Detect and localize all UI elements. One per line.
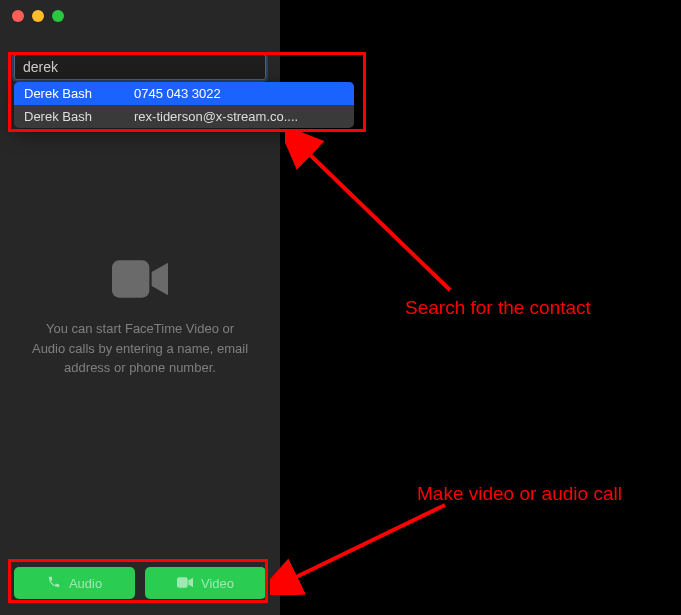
result-name: Derek Bash [24, 86, 134, 101]
video-call-button[interactable]: Video [145, 567, 266, 599]
window-controls [0, 0, 280, 32]
video-camera-icon [112, 259, 168, 299]
result-detail: 0745 043 3022 [134, 86, 344, 101]
search-result-row[interactable]: Derek Bash 0745 043 3022 [14, 82, 354, 105]
search-input[interactable] [14, 54, 266, 80]
search-result-row[interactable]: Derek Bash rex-tiderson@x-stream.co.... [14, 105, 354, 128]
search-wrap: Derek Bash 0745 043 3022 Derek Bash rex-… [0, 32, 280, 80]
svg-rect-0 [112, 261, 149, 298]
facetime-window: Derek Bash 0745 043 3022 Derek Bash rex-… [0, 0, 681, 615]
result-detail: rex-tiderson@x-stream.co.... [134, 109, 344, 124]
result-name: Derek Bash [24, 109, 134, 124]
audio-button-label: Audio [69, 576, 102, 591]
close-icon[interactable] [12, 10, 24, 22]
maximize-icon[interactable] [52, 10, 64, 22]
phone-icon [47, 575, 61, 592]
video-camera-icon [177, 576, 193, 591]
empty-state-text: You can start FaceTime Video or Audio ca… [28, 319, 252, 378]
search-results-dropdown: Derek Bash 0745 043 3022 Derek Bash rex-… [14, 82, 354, 128]
minimize-icon[interactable] [32, 10, 44, 22]
audio-call-button[interactable]: Audio [14, 567, 135, 599]
svg-rect-1 [177, 577, 188, 588]
call-buttons-row: Audio Video [0, 567, 280, 615]
sidebar: Derek Bash 0745 043 3022 Derek Bash rex-… [0, 0, 280, 615]
empty-state: You can start FaceTime Video or Audio ca… [0, 130, 280, 507]
video-button-label: Video [201, 576, 234, 591]
